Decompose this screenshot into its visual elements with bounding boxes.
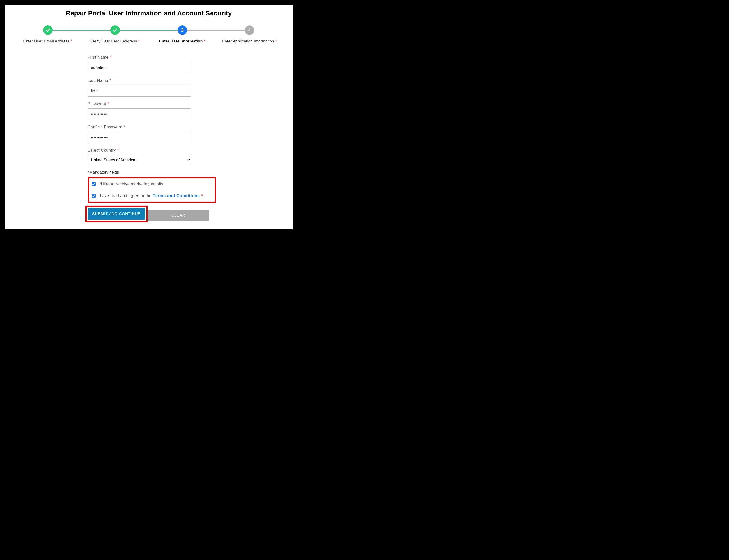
last-name-label: Last Name * [88,79,216,83]
marketing-emails-row[interactable]: I'd like to receive marketing emails [92,182,212,186]
password-group: Password * [88,102,216,120]
password-input[interactable] [88,108,191,120]
step-4-circle: 4 [245,25,254,35]
last-name-group: Last Name * [88,79,216,97]
button-row: SUBMIT AND CONTINUE CLEAR [85,206,216,222]
step-4: 4 Enter Application Information * [216,25,283,43]
step-4-label: Enter Application Information * [222,39,277,43]
country-group: Select Country * United States of Americ… [88,148,216,165]
user-info-form: First Name * Last Name * Password * Conf… [88,55,216,222]
confirm-password-input[interactable] [88,132,191,143]
mandatory-fields-note: *Mandatory fields [88,170,216,175]
first-name-input[interactable] [88,62,191,73]
last-name-input[interactable] [88,85,191,97]
checkmark-icon [110,25,120,35]
clear-button[interactable]: CLEAR [148,210,209,221]
page-title: Repair Portal User Information and Accou… [12,9,286,17]
first-name-group: First Name * [88,55,216,73]
registration-page: Repair Portal User Information and Accou… [5,5,293,229]
stepper-line-2 [120,30,178,31]
confirm-password-label: Confirm Password * [88,125,216,129]
step-2-label: Verify User Email Address * [90,39,140,43]
stepper-line-1 [53,30,111,31]
step-3-label: Enter User Information * [159,39,206,43]
step-3: 3 Enter User Information * [149,25,216,43]
terms-checkbox[interactable] [92,194,96,198]
country-select[interactable]: United States of America [88,155,191,165]
confirm-password-group: Confirm Password * [88,125,216,143]
password-label: Password * [88,102,216,106]
first-name-label: First Name * [88,55,216,60]
terms-row[interactable]: I have read and agree to the Terms and C… [92,194,212,198]
step-1-label: Enter User Email Address * [23,39,72,43]
checkmark-icon [43,25,53,35]
terms-prefix-label: I have read and agree to the [97,194,152,198]
checkbox-highlight-box: I'd like to receive marketing emails I h… [88,177,216,203]
country-label: Select Country * [88,148,216,153]
marketing-emails-label: I'd like to receive marketing emails [97,182,163,186]
step-2: Verify User Email Address * [82,25,149,43]
step-3-circle: 3 [178,25,187,35]
terms-and-conditions-link[interactable]: Terms and Conditions * [153,194,203,198]
submit-and-continue-button[interactable]: SUBMIT AND CONTINUE [88,208,145,220]
marketing-emails-checkbox[interactable] [92,182,96,186]
submit-highlight-box: SUBMIT AND CONTINUE [85,206,148,222]
stepper-line-3 [187,30,245,31]
step-1: Enter User Email Address * [14,25,82,43]
progress-stepper: Enter User Email Address * Verify User E… [14,25,283,43]
